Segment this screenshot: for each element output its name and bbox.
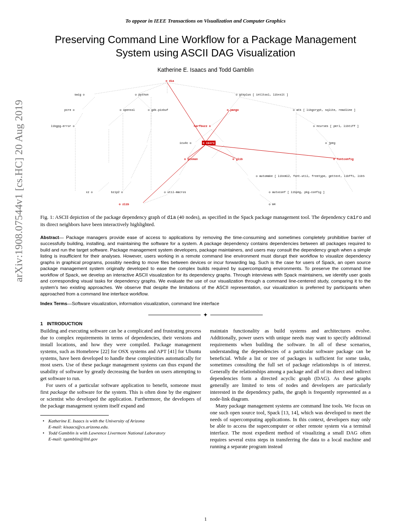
intro-p4: Many package management systems are comm… [210, 403, 371, 450]
node-jpeg: o jpeg [325, 141, 335, 145]
node-utilmacros: o util-macros [164, 191, 186, 194]
figure-1: o dia swig o o python o gtkplus [ intlto… [40, 78, 371, 211]
node-bzip2: bzip2 o [111, 191, 123, 194]
node-pcre: pcre o [64, 108, 75, 112]
node-pango: o pango [227, 108, 239, 112]
node-openssl: o openssl [120, 108, 135, 112]
paper-title: Preserving Command Line Workflow for a P… [44, 33, 367, 59]
node-atk: o atk [ libgcrypt, sqlite, readline ] [293, 108, 355, 112]
affiliation-2: •Todd Gamblin is with Lawrence Livermore… [40, 430, 201, 443]
footnote-rule [40, 415, 109, 416]
venue-line: To appear in IEEE Transactions on Visual… [40, 18, 371, 24]
node-gtkplus: o gtkplus [ intltool, libxslt ] [236, 93, 288, 96]
abstract: Abstract— Package managers provide ease … [40, 235, 371, 297]
node-libgpg: libgpg-error o [51, 125, 75, 128]
node-glib: o glib [232, 158, 243, 161]
node-autoconf: o autoconf [ libpng, pkg-config ] [269, 191, 325, 194]
node-cairo: o cairo [203, 141, 214, 145]
intro-p1: Building and executing software can be a… [40, 328, 201, 382]
node-ncurses: o ncurses [ perl, libtiff ] [313, 125, 359, 128]
intro-p3: maintain functionality as build systems … [210, 328, 371, 403]
diamond-icon: ✦ [203, 312, 208, 318]
body-columns: Building and executing software can be a… [40, 328, 371, 450]
node-harfbuzz: harfbuzz o [194, 125, 211, 128]
affiliation-1: •Katherine E. Isaacs is with the Univers… [40, 418, 201, 430]
arxiv-watermark: arXiv:1908.07544v1 [cs.HC] 20 Aug 2019 [13, 100, 25, 282]
node-xz: xz o [86, 191, 93, 194]
index-terms: Index Terms—Software visualization, info… [40, 301, 371, 306]
node-dia: o dia [166, 79, 174, 83]
node-gdkpixbuf: o gdk-pixbuf [148, 108, 168, 112]
authors: Katherine E. Isaacs and Todd Gamblin [40, 66, 371, 73]
node-zlib: o zlib [119, 203, 129, 206]
node-m4: o m4 [269, 203, 276, 206]
node-pixman: o pixman [184, 158, 198, 161]
figure-caption: Fig. 1: ASCII depiction of the package d… [40, 214, 371, 228]
node-swig: swig o [75, 93, 85, 96]
node-icu4c: icu4c o [180, 141, 191, 145]
section-divider: ✦ [40, 311, 371, 316]
node-automake: o automake [ libxml2, font-util, freetyp… [256, 175, 365, 178]
intro-p2: For users of a particular software appli… [40, 382, 201, 409]
section-1-heading: 1INTRODUCTION [40, 321, 371, 326]
page-number: 1 [0, 516, 411, 522]
node-fontconfig: o fontconfig [333, 158, 353, 161]
node-python: o python [135, 93, 149, 96]
